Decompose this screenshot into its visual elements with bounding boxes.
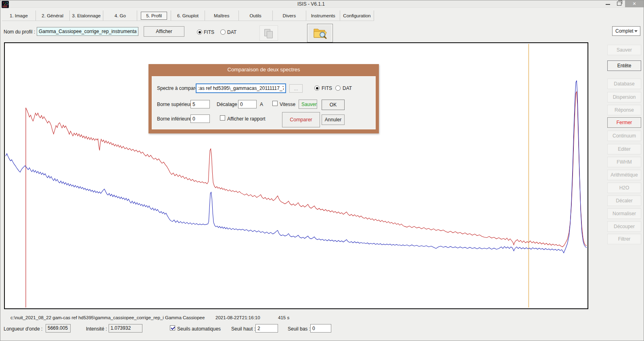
- sidebar-h2o-button: H2O: [607, 183, 641, 193]
- longueur-onde-label: Longueur d'onde :: [4, 326, 42, 332]
- sidebar-fermer-button[interactable]: Fermer: [607, 117, 641, 128]
- ok-button[interactable]: OK: [322, 100, 345, 110]
- dialog-dat-label: DAT: [343, 85, 352, 91]
- tab-outils[interactable]: Outils: [239, 10, 273, 21]
- browse-folder-button[interactable]: [307, 24, 333, 42]
- tab-image[interactable]: 1. Image: [2, 10, 36, 21]
- sidebar-entete-button[interactable]: Entête: [607, 60, 641, 71]
- comparison-dialog: Comparaison de deux spectres Spectre à c…: [148, 64, 379, 133]
- minimize-button-icon[interactable]: [606, 4, 610, 5]
- dialog-fits-radio[interactable]: [314, 85, 320, 91]
- tab-bar: 1. Image 2. Général 3. Etalonnage 4. Go …: [2, 10, 374, 21]
- intensite-value: 1.073932: [109, 324, 142, 333]
- seuils-automatiques-label: Seuils automatiques: [177, 326, 221, 332]
- sidebar-fwhm-button: FWHM: [607, 157, 641, 167]
- borne-superieure-input[interactable]: [190, 100, 210, 108]
- sidebar-continuum-button: Continuum: [607, 131, 641, 141]
- annuler-button[interactable]: Annuler: [322, 114, 345, 125]
- comparer-button[interactable]: Comparer: [282, 112, 320, 127]
- afficher-button[interactable]: Afficher: [144, 26, 184, 37]
- sidebar-arithmetique-button: Arithmétique: [607, 170, 641, 180]
- dialog-dat-radio[interactable]: [335, 85, 341, 91]
- decalage-input[interactable]: [238, 100, 257, 108]
- sidebar-editer-button: Editer: [607, 144, 641, 154]
- tab-instruments[interactable]: Instruments: [306, 10, 340, 21]
- tab-etalonnage[interactable]: 3. Etalonnage: [70, 10, 104, 21]
- copy-profile-button: [259, 25, 278, 41]
- tab-divers[interactable]: Divers: [273, 10, 307, 21]
- dat-radio-label: DAT: [227, 29, 236, 35]
- tab-general[interactable]: 2. Général: [36, 10, 70, 21]
- longueur-onde-value: 5669.005: [46, 324, 71, 333]
- sidebar-database-button: Database: [607, 79, 641, 89]
- tab-profil-selected[interactable]: 5. Profil: [137, 10, 171, 21]
- file-path-text: c:\nuit_2021_08_22 gam-cas ref hd5395\ga…: [10, 315, 205, 320]
- vitesse-label: Vitesse: [280, 102, 295, 107]
- intensite-label: Intensité :: [86, 326, 107, 332]
- tab-go[interactable]: 4. Go: [103, 10, 137, 21]
- folder-search-icon: [313, 27, 327, 39]
- dialog-fits-label: FITS: [322, 85, 332, 91]
- vitesse-checkbox[interactable]: [272, 101, 278, 106]
- datetime-text: 2021-08-22T21:16:10: [215, 315, 260, 320]
- afficher-rapport-checkbox[interactable]: [220, 115, 225, 121]
- profile-name-label: Nom du profil :: [4, 29, 35, 35]
- fits-radio[interactable]: [197, 29, 202, 35]
- sidebar-sauver-button: Sauver: [607, 45, 641, 55]
- title-bar: ISIS ISIS - V6.1.1 ✕: [0, 0, 644, 8]
- afficher-rapport-label: Afficher le rapport: [227, 116, 266, 122]
- sauver-dialog-button[interactable]: Sauver: [299, 100, 317, 109]
- dialog-body: Spectre à comparer : ... FITS DAT Borne …: [152, 76, 376, 129]
- maximize-button-icon[interactable]: [617, 2, 621, 6]
- dat-radio[interactable]: [220, 29, 226, 35]
- seuil-bas-input[interactable]: [310, 324, 331, 333]
- window-title: ISIS - V6.1.1: [0, 1, 622, 7]
- sidebar-normaliser-button: Normaliser: [607, 208, 641, 219]
- seuil-bas-label: Seuil bas :: [288, 326, 310, 332]
- dialog-title[interactable]: Comparaison de deux spectres: [148, 67, 379, 73]
- close-button[interactable]: ✕: [625, 0, 644, 7]
- display-mode-value: Complet: [615, 28, 634, 34]
- tab-configuration[interactable]: Configuration: [340, 10, 374, 21]
- fits-radio-label: FITS: [204, 29, 214, 35]
- seuils-automatiques-checkbox[interactable]: [170, 325, 175, 331]
- tab-gnuplot[interactable]: 6. Gnuplot: [171, 10, 205, 21]
- chevron-down-icon: [634, 30, 638, 32]
- sidebar-decaler-button: Décaler: [607, 195, 641, 206]
- tab-maitres[interactable]: Maîtres: [205, 10, 239, 21]
- seuil-haut-label: Seuil haut :: [231, 326, 255, 332]
- seuil-haut-input[interactable]: [255, 324, 278, 333]
- display-mode-select[interactable]: Complet: [612, 26, 640, 36]
- angstrom-unit-label: A: [260, 102, 263, 107]
- borne-inferieure-input[interactable]: [190, 114, 210, 123]
- browse-dots-button[interactable]: ...: [289, 84, 303, 93]
- decalage-label: Décalage :: [217, 102, 240, 107]
- exposure-text: 415 s: [278, 315, 289, 320]
- borne-inferieure-label: Borne inférieure ;: [157, 116, 194, 122]
- sidebar-dispersion-button: Dispersion: [607, 92, 641, 102]
- spectre-a-comparer-input[interactable]: [196, 83, 286, 93]
- sidebar-decouper-button: Découper: [607, 221, 641, 232]
- profile-name-input[interactable]: [37, 27, 138, 36]
- sidebar-reponse-button: Réponse: [607, 105, 641, 115]
- isis-window: ISIS ISIS - V6.1.1 ✕ 1. Image 2. Général…: [0, 0, 644, 341]
- sidebar-filtrer-button: Filtrer: [607, 234, 641, 244]
